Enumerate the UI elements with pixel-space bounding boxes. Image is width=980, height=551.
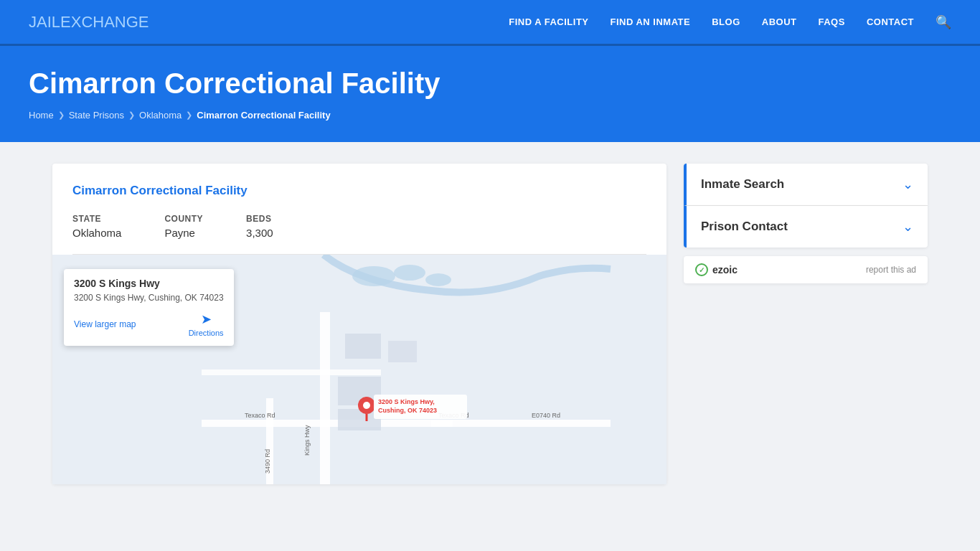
svg-text:E0740 Rd: E0740 Rd <box>532 412 560 419</box>
site-logo[interactable]: JAILEXCHANGE <box>29 13 149 32</box>
hero-section: Cimarron Correctional Facility Home ❯ St… <box>0 46 980 142</box>
svg-point-19 <box>363 402 370 409</box>
page-title: Cimarron Correctional Facility <box>29 67 951 100</box>
map-popup: 3200 S Kings Hwy 3200 S Kings Hwy, Cushi… <box>64 269 234 346</box>
popup-title: 3200 S Kings Hwy <box>74 278 224 289</box>
beds-col: BEDS 3,300 <box>246 214 273 240</box>
breadcrumb-home[interactable]: Home <box>29 110 54 121</box>
directions-label: Directions <box>189 329 224 337</box>
sidebar-prison-contact-section: Prison Contact ⌄ <box>684 206 928 248</box>
directions-button[interactable]: ➤ Directions <box>189 311 224 337</box>
facility-card-title: Cimarron Correctional Facility <box>72 184 646 198</box>
beds-value: 3,300 <box>246 227 273 239</box>
svg-point-3 <box>425 273 451 286</box>
ad-bar: ✓ ezoic report this ad <box>684 256 928 283</box>
svg-text:Kings Hwy: Kings Hwy <box>303 425 311 456</box>
breadcrumb-state-prisons[interactable]: State Prisons <box>69 110 124 121</box>
nav-contact[interactable]: CONTACT <box>867 17 914 27</box>
sidebar: Inmate Search ⌄ Prison Contact ⌄ ✓ ezoic… <box>684 164 928 283</box>
logo-jail: JAIL <box>29 13 60 31</box>
county-col: COUNTY Payne <box>164 214 203 240</box>
svg-point-2 <box>394 265 425 281</box>
nav-faqs[interactable]: FAQs <box>819 17 845 27</box>
ezoic-label: ezoic <box>712 264 738 276</box>
county-value: Payne <box>164 227 195 239</box>
beds-label: BEDS <box>246 214 273 224</box>
nav-about[interactable]: ABOUT <box>762 17 797 27</box>
prison-contact-header[interactable]: Prison Contact ⌄ <box>687 206 928 248</box>
breadcrumb-sep-1: ❯ <box>58 110 65 120</box>
directions-icon: ➤ <box>201 311 212 327</box>
svg-rect-7 <box>202 369 381 375</box>
svg-rect-11 <box>388 341 417 362</box>
popup-address: 3200 S Kings Hwy, Cushing, OK 74023 <box>74 292 224 304</box>
facility-card: Cimarron Correctional Facility STATE Okl… <box>52 164 666 484</box>
inmate-search-chevron-icon: ⌄ <box>903 176 913 192</box>
inmate-search-header[interactable]: Inmate Search ⌄ <box>687 164 928 205</box>
sidebar-inmate-search-section: Inmate Search ⌄ <box>684 164 928 206</box>
svg-rect-4 <box>320 312 330 484</box>
svg-rect-8 <box>431 420 611 427</box>
main-nav: FIND A FACILITY FIND AN INMATE BLOG ABOU… <box>509 14 951 30</box>
map-container: Kings Hwy 3490 Rd Texaco Rd Texaco Rd E0… <box>52 255 666 484</box>
svg-rect-6 <box>202 420 453 427</box>
county-label: COUNTY <box>164 214 203 224</box>
ezoic-logo: ✓ ezoic <box>695 263 738 276</box>
breadcrumb: Home ❯ State Prisons ❯ Oklahoma ❯ Cimarr… <box>29 110 951 121</box>
facility-info-row: STATE Oklahoma COUNTY Payne BEDS 3,300 <box>72 214 646 240</box>
report-ad-link[interactable]: report this ad <box>866 265 916 275</box>
nav-blog[interactable]: BLOG <box>712 17 740 27</box>
state-col: STATE Oklahoma <box>72 214 121 240</box>
view-larger-map-link[interactable]: View larger map <box>74 319 136 329</box>
header: JAILEXCHANGE FIND A FACILITY FIND AN INM… <box>0 0 980 46</box>
state-value: Oklahoma <box>72 227 121 239</box>
search-icon[interactable]: 🔍 <box>936 14 951 30</box>
breadcrumb-sep-3: ❯ <box>186 110 192 120</box>
svg-text:3490 Rd: 3490 Rd <box>264 449 271 474</box>
breadcrumb-current: Cimarron Correctional Facility <box>197 110 330 121</box>
state-label: STATE <box>72 214 121 224</box>
breadcrumb-sep-2: ❯ <box>128 110 135 120</box>
svg-rect-10 <box>345 334 381 359</box>
main-content: Cimarron Correctional Facility STATE Okl… <box>24 164 956 484</box>
breadcrumb-oklahoma[interactable]: Oklahoma <box>139 110 182 121</box>
inmate-search-title: Inmate Search <box>701 177 784 192</box>
prison-contact-chevron-icon: ⌄ <box>903 219 913 235</box>
logo-exchange: EXCHANGE <box>60 13 149 31</box>
svg-text:Texaco Rd: Texaco Rd <box>245 412 275 419</box>
nav-find-facility[interactable]: FIND A FACILITY <box>509 17 588 27</box>
svg-text:3200 S Kings Hwy,: 3200 S Kings Hwy, <box>378 398 435 405</box>
ezoic-icon: ✓ <box>695 263 708 276</box>
svg-text:Cushing, OK 74023: Cushing, OK 74023 <box>378 407 437 414</box>
nav-find-inmate[interactable]: FIND AN INMATE <box>611 17 691 27</box>
popup-footer: View larger map ➤ Directions <box>74 311 224 337</box>
prison-contact-title: Prison Contact <box>701 220 788 234</box>
